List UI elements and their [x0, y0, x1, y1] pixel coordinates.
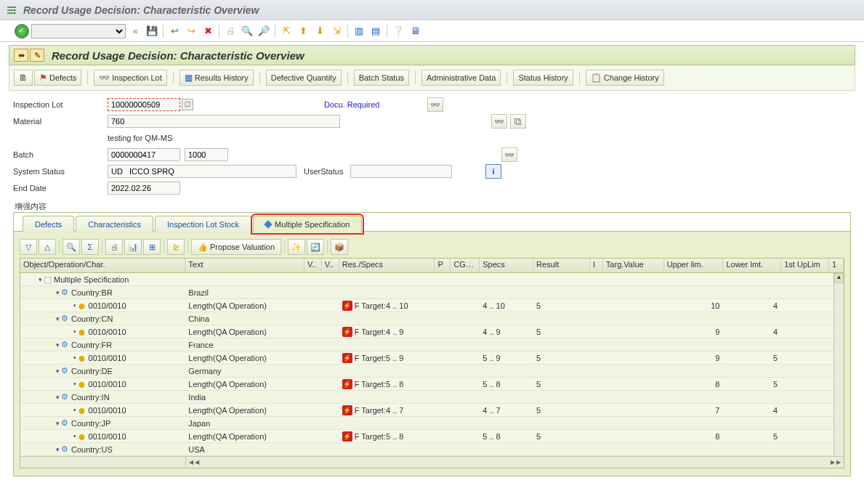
help-icon[interactable]: ❔ [391, 24, 405, 38]
table-row[interactable]: • 0010/0010Length(QA Operation)⚡F Target… [20, 299, 844, 312]
expand-icon[interactable]: ▾ [54, 367, 61, 375]
next-page-icon[interactable]: ⬇ [312, 24, 327, 38]
prev-page-icon[interactable]: ⬆ [296, 24, 310, 38]
propose-valuation-button[interactable]: 👍Propose Valuation [191, 239, 281, 255]
back-icon[interactable]: ↩ [167, 24, 182, 38]
horizontal-scrollbar[interactable]: ◀ ◀▶ ▶ [20, 456, 844, 468]
defects-button[interactable]: ⚑Defects [34, 70, 81, 86]
find-next-icon[interactable]: 🔎 [257, 24, 271, 38]
material-input[interactable] [108, 115, 340, 128]
change-history-button[interactable]: 📋Change History [586, 70, 664, 86]
batch-input[interactable] [108, 148, 180, 161]
header-action-2-icon[interactable]: ✎ [30, 49, 44, 62]
copy-button[interactable]: ⿻ [510, 114, 526, 129]
col-lower[interactable]: Lower lmt. [723, 259, 781, 272]
command-field[interactable] [31, 24, 126, 38]
chart-button[interactable]: 📊 [124, 239, 142, 255]
hierarchy-button[interactable]: ⊵ [167, 239, 185, 255]
expand-icon[interactable]: ▾ [54, 289, 61, 296]
sap-menu-icon[interactable] [6, 4, 17, 16]
inspection-lot-input[interactable] [108, 98, 180, 111]
col-v2[interactable]: V.. [322, 259, 339, 272]
table-row[interactable]: • 0010/0010Length(QA Operation)⚡F Target… [20, 378, 844, 391]
first-page-icon[interactable]: ⇱ [279, 24, 294, 38]
table-row[interactable]: ▾ Country:INIndia [20, 391, 844, 404]
table-row[interactable]: • 0010/0010Length(QA Operation)⚡F Target… [20, 430, 844, 443]
shortcut-icon[interactable]: ▤ [368, 24, 383, 38]
table-row[interactable]: • 0010/0010Length(QA Operation)⚡F Target… [20, 325, 844, 338]
export-button[interactable]: ⊞ [143, 239, 161, 255]
grid-toolbar: ▽ △ 🔍 Σ 🖨 📊 ⊞ ⊵ 👍Propose Valuation ✨ 🔄 📦 [20, 239, 844, 255]
col-v1[interactable]: V.. [304, 259, 322, 272]
table-row[interactable]: ▾ Country:USUSA [20, 443, 844, 456]
col-cg[interactable]: CG… [451, 259, 480, 272]
scroll-up-icon[interactable]: ▲ [834, 273, 844, 283]
table-row[interactable]: ▾ Country:FRFrance [20, 338, 844, 351]
table-row[interactable]: ▾ Country:DEGermany [20, 365, 844, 378]
tab-multiple-specification[interactable]: Multiple Specification [253, 216, 362, 232]
back-all-icon[interactable]: « [128, 24, 142, 38]
exit-icon[interactable]: ↪ [184, 24, 198, 38]
col-text[interactable]: Text [185, 259, 304, 272]
tab-characteristics[interactable]: Characteristics [76, 216, 153, 232]
collapse-all-button[interactable]: △ [39, 239, 56, 255]
expand-icon[interactable]: ▾ [54, 315, 61, 322]
display-batch-button[interactable]: 👓 [501, 147, 517, 162]
ok-button[interactable] [15, 24, 29, 38]
tab-defects[interactable]: Defects [23, 216, 74, 232]
header-action-1-icon[interactable]: ⬌ [14, 49, 28, 62]
magic-wand-button[interactable]: ✨ [288, 239, 305, 255]
find-icon[interactable]: 🔍 [240, 24, 254, 38]
table-row[interactable]: • 0010/0010Length(QA Operation)⚡F Target… [20, 404, 844, 417]
col-i[interactable]: I [590, 259, 603, 272]
stock-button[interactable]: 📦 [331, 239, 348, 255]
col-specs[interactable]: Specs [480, 259, 533, 272]
print-button[interactable]: 🖨 [105, 239, 123, 255]
expand-icon[interactable]: ▾ [54, 341, 61, 349]
expand-icon[interactable]: ▾ [54, 446, 61, 453]
details-button[interactable]: 🗎 [14, 70, 33, 86]
layout-icon[interactable]: 🖥 [408, 24, 422, 38]
tab-inspection-lot-stock[interactable]: Inspection Lot Stock [155, 216, 251, 232]
expand-icon[interactable]: ▾ [54, 394, 61, 401]
col-object[interactable]: Object/Operation/Char. [20, 259, 185, 272]
batch-status-button[interactable]: Batch Status [354, 70, 409, 86]
save-icon[interactable]: 💾 [145, 24, 159, 38]
table-row[interactable]: ▾ Country:JPJapan [20, 417, 844, 430]
end-date-input[interactable] [108, 182, 180, 195]
refresh-button[interactable]: 🔄 [307, 239, 324, 255]
sum-button[interactable]: Σ [81, 239, 99, 255]
status-history-button[interactable]: Status History [513, 70, 573, 86]
table-row[interactable]: ▾ Country:BRBrazil [20, 286, 844, 299]
table-row[interactable]: ▾ Country:CNChina [20, 312, 844, 325]
admin-data-button[interactable]: Administrative Data [421, 70, 501, 86]
col-1stup[interactable]: 1st UpLim [781, 259, 829, 272]
col-res-specs[interactable]: Res./Specs [339, 259, 435, 272]
table-row[interactable]: ▾ Multiple Specification [20, 273, 844, 286]
expand-icon[interactable]: ▾ [36, 276, 44, 283]
col-p[interactable]: P [435, 259, 451, 272]
separator [259, 71, 260, 84]
col-1[interactable]: 1 [829, 259, 844, 272]
user-status-input[interactable] [350, 165, 452, 178]
results-history-button[interactable]: ▦Results History [179, 70, 254, 86]
col-targ[interactable]: Targ.Value [603, 259, 664, 272]
inspection-lot-button[interactable]: 👓Inspection Lot [94, 70, 167, 86]
table-row[interactable]: • 0010/0010Length(QA Operation)⚡F Target… [20, 351, 844, 365]
new-session-icon[interactable]: ▥ [352, 24, 366, 38]
last-page-icon[interactable]: ⇲ [329, 24, 344, 38]
defective-quantity-button[interactable]: Defective Quantity [266, 70, 342, 86]
display-material-button[interactable]: 👓 [491, 114, 507, 129]
vertical-scrollbar[interactable]: ▲ ▼ [833, 273, 844, 468]
display-detail-button[interactable]: 👓 [427, 97, 443, 112]
batch-split-input[interactable] [185, 148, 228, 161]
col-upper[interactable]: Upper lim. [664, 259, 724, 272]
expand-all-button[interactable]: ▽ [20, 239, 37, 255]
cancel-icon[interactable]: ✖ [201, 24, 215, 38]
print-icon[interactable]: 🖨 [223, 24, 238, 38]
info-button[interactable]: i [485, 164, 501, 179]
expand-icon[interactable]: ▾ [54, 420, 61, 427]
search-help-icon[interactable]: ☐ [182, 99, 193, 110]
col-result[interactable]: Result [533, 259, 590, 272]
find-button[interactable]: 🔍 [62, 239, 80, 255]
